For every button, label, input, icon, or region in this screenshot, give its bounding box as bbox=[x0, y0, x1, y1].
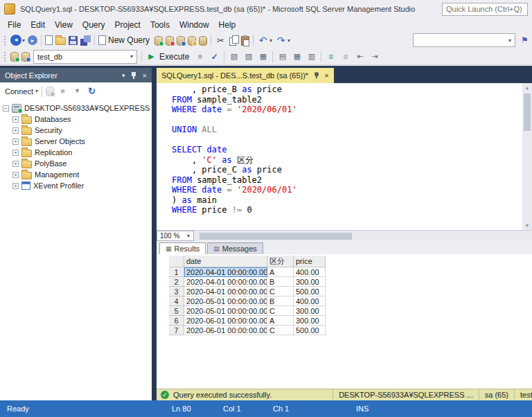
copy-button[interactable] bbox=[228, 33, 240, 48]
redo-button[interactable]: ↷▾ bbox=[274, 33, 292, 48]
stop-button[interactable]: ■ bbox=[55, 84, 70, 99]
grid-cell[interactable]: 300.00 bbox=[294, 306, 326, 316]
chevron-down-icon[interactable]: ▾ bbox=[505, 34, 515, 46]
menu-help[interactable]: Help bbox=[214, 19, 241, 31]
dmx-query-button[interactable] bbox=[175, 33, 186, 48]
execute-button[interactable]: ▶Execute bbox=[144, 49, 193, 64]
pin-icon[interactable] bbox=[131, 71, 137, 80]
new-query-button[interactable]: New Query bbox=[97, 33, 153, 48]
uncomment-button[interactable]: ≡ bbox=[338, 49, 353, 64]
code-line[interactable] bbox=[172, 115, 521, 125]
code-line[interactable]: WHERE date = '2020/06/01' bbox=[172, 105, 521, 115]
open-file-button[interactable] bbox=[54, 33, 67, 48]
tab-results[interactable]: ▦ Results bbox=[159, 242, 206, 254]
refresh-button[interactable]: ↻ bbox=[85, 84, 99, 99]
column-header-date[interactable]: date bbox=[184, 256, 267, 267]
code-line[interactable]: , price_B as price bbox=[172, 85, 521, 95]
close-icon[interactable]: × bbox=[143, 71, 147, 80]
connect-button[interactable]: Connect▾ bbox=[2, 84, 39, 99]
code-line[interactable]: SELECT date bbox=[172, 145, 521, 155]
code-line[interactable]: , price_C as price bbox=[172, 165, 521, 175]
database-engine-query-button[interactable] bbox=[153, 33, 164, 48]
indent-button[interactable]: ⇥ bbox=[367, 49, 382, 64]
nav-forward-button[interactable]: ► bbox=[26, 33, 39, 48]
expand-icon[interactable]: + bbox=[12, 116, 19, 123]
row-number-cell[interactable]: 7 bbox=[169, 326, 184, 335]
grid-cell[interactable]: B bbox=[267, 277, 294, 287]
grid-cell[interactable]: 2020-05-01 00:00:00.000 bbox=[184, 306, 267, 316]
find-options-button[interactable]: ⚑ bbox=[517, 33, 532, 48]
find-combobox[interactable]: ▾ bbox=[413, 33, 515, 47]
scroll-up-icon[interactable]: ▲ bbox=[522, 83, 532, 92]
code-line[interactable]: FROM sample_table2 bbox=[172, 175, 521, 186]
menu-query[interactable]: Query bbox=[78, 19, 110, 31]
tree-item-security[interactable]: +Security bbox=[0, 125, 152, 136]
change-connection-button[interactable] bbox=[20, 49, 31, 64]
menu-window[interactable]: Window bbox=[175, 19, 214, 31]
expand-icon[interactable]: + bbox=[12, 127, 19, 134]
window-position-icon[interactable]: ▾ bbox=[122, 72, 125, 79]
row-number-cell[interactable]: 3 bbox=[169, 287, 184, 296]
undo-button[interactable]: ↶▾ bbox=[256, 33, 274, 48]
grid-cell[interactable]: A bbox=[267, 316, 294, 326]
quick-launch-input[interactable] bbox=[442, 3, 528, 16]
close-icon[interactable]: × bbox=[324, 71, 328, 80]
expand-icon[interactable]: + bbox=[12, 161, 19, 167]
horizontal-scrollbar-thumb[interactable] bbox=[200, 233, 352, 240]
editor-vertical-scrollbar[interactable]: ▲ ▼ bbox=[522, 83, 532, 230]
row-number-cell[interactable]: 6 bbox=[169, 316, 184, 326]
title-bar[interactable]: SQLQuery1.sql - DESKTOP-S56933A¥SQLEXPRE… bbox=[0, 0, 532, 18]
results-to-file-button[interactable]: ▥ bbox=[304, 49, 319, 64]
menu-project[interactable]: Project bbox=[110, 19, 145, 31]
object-explorer-header[interactable]: Object Explorer ▾ × bbox=[0, 68, 152, 82]
expand-icon[interactable]: + bbox=[12, 150, 19, 156]
grid-cell[interactable]: 400.00 bbox=[294, 296, 326, 306]
grid-cell[interactable]: B bbox=[267, 296, 294, 306]
tree-item-management[interactable]: +Management bbox=[0, 169, 152, 180]
chevron-down-icon[interactable]: ▾ bbox=[127, 51, 136, 63]
grid-cell[interactable]: 2020-06-01 00:00:00.000 bbox=[184, 326, 267, 335]
row-number-cell[interactable]: 5 bbox=[169, 306, 184, 316]
database-combobox[interactable]: test_db▾ bbox=[33, 50, 137, 64]
xmla-query-button[interactable] bbox=[186, 33, 197, 48]
outdent-button[interactable]: ⇤ bbox=[353, 49, 367, 64]
tree-item-server-objects[interactable]: +Server Objects bbox=[0, 136, 152, 147]
column-header-price[interactable]: price bbox=[294, 256, 326, 267]
tree-item-server[interactable]: −DESKTOP-S56933A¥SQLEXPRESS (SQL Se bbox=[0, 103, 152, 114]
paste-button[interactable] bbox=[240, 33, 251, 48]
disconnect-button[interactable] bbox=[44, 84, 55, 99]
grid-cell[interactable]: 500.00 bbox=[294, 326, 326, 335]
mdx-query-button[interactable] bbox=[164, 33, 175, 48]
menu-file[interactable]: File bbox=[3, 19, 26, 31]
code-editor[interactable]: , price_B as priceFROM sample_table2WHER… bbox=[157, 83, 532, 230]
results-to-grid-button[interactable]: ▦ bbox=[290, 49, 304, 64]
document-tab[interactable]: SQLQuery1.sql - DES...S.test_db (sa (65)… bbox=[157, 68, 334, 83]
grid-cell[interactable]: 300.00 bbox=[294, 316, 326, 326]
save-all-button[interactable] bbox=[79, 33, 92, 48]
collapse-icon[interactable]: − bbox=[3, 105, 9, 112]
code-line[interactable] bbox=[172, 135, 521, 145]
grid-cell[interactable]: C bbox=[267, 287, 294, 296]
save-button[interactable] bbox=[67, 33, 79, 48]
expand-icon[interactable]: + bbox=[12, 139, 19, 145]
tree-item-databases[interactable]: +Databases bbox=[0, 114, 152, 125]
menu-view[interactable]: View bbox=[50, 19, 78, 31]
grid-cell[interactable]: 2020-04-01 00:00:00.000 bbox=[184, 287, 267, 296]
grid-cell[interactable]: 2020-05-01 00:00:00.000 bbox=[184, 296, 267, 306]
code-line[interactable]: FROM sample_table2 bbox=[172, 95, 521, 105]
tree-item-xevent-profiler[interactable]: +XEvent Profiler bbox=[0, 180, 152, 191]
code-line[interactable]: ) as main bbox=[172, 195, 521, 206]
expand-icon[interactable]: + bbox=[12, 183, 19, 189]
code-line[interactable]: WHERE price != 0 bbox=[172, 205, 521, 215]
scroll-down-icon[interactable]: ▼ bbox=[522, 221, 532, 230]
live-query-statistics-button[interactable]: ▨ bbox=[241, 49, 256, 64]
tree-item-polybase[interactable]: +PolyBase bbox=[0, 158, 152, 169]
new-project-button[interactable] bbox=[44, 33, 54, 48]
connect-database-button[interactable] bbox=[9, 49, 20, 64]
code-line[interactable]: , 'C' as 区分 bbox=[172, 155, 521, 166]
parse-button[interactable]: ✓ bbox=[207, 49, 222, 64]
grid-cell[interactable]: 2020-06-01 00:00:00.000 bbox=[184, 316, 267, 326]
results-to-text-button[interactable]: ▤ bbox=[275, 49, 290, 64]
row-number-cell[interactable]: 2 bbox=[169, 277, 184, 287]
estimated-plan-button[interactable]: ▧ bbox=[227, 49, 241, 64]
